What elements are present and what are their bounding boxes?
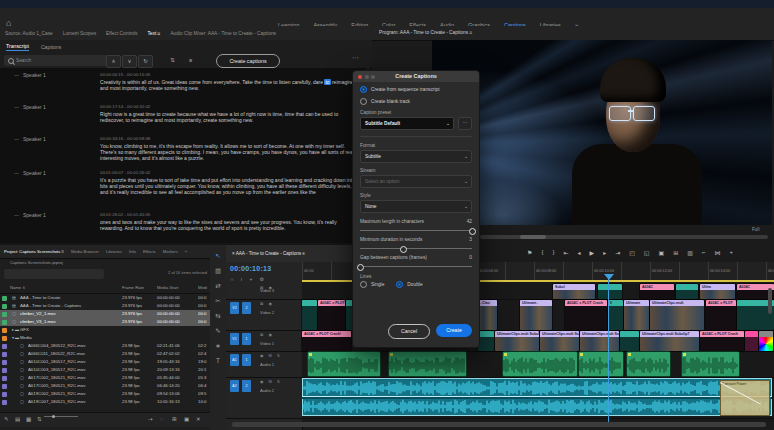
project-row[interactable]: ▢A066C011_180522_R2C.mov23.98 fps02:47:0…	[0, 350, 210, 358]
column-header[interactable]: Medi	[198, 283, 207, 293]
audio-clip[interactable]	[627, 352, 670, 376]
project-tab[interactable]: Info	[129, 249, 136, 254]
project-row[interactable]: ▢A619C002_180521_R2C.mov23.98 fps09:54:1…	[0, 390, 210, 398]
proxy-button[interactable]: ⌐	[702, 249, 706, 255]
track-toggles[interactable]: ⊠ ◉	[260, 301, 274, 306]
audio-clip[interactable]	[503, 352, 577, 376]
timeline-horizontal-scrollbar[interactable]	[232, 422, 766, 427]
ripple-trim-button[interactable]: ⋈	[714, 249, 720, 256]
panel-tab[interactable]: Lumetri Scopes	[63, 31, 96, 36]
automate-to-sequence-icon[interactable]: ⇢	[148, 416, 153, 422]
timeline-clip[interactable]: Ultimate	[624, 300, 649, 330]
go-to-in-button[interactable]: ⇤	[563, 249, 568, 256]
segment-text[interactable]: ones and twos and make your way to like …	[100, 219, 360, 231]
column-header[interactable]: Media Start	[157, 283, 178, 293]
project-row[interactable]: ▢A617C002_180521_R2C.mov23.98 fps05:35:4…	[0, 374, 210, 382]
label-color-chip[interactable]	[2, 392, 7, 397]
caption-preset-select[interactable]: Subtitle Default⌄	[360, 117, 454, 130]
speaker-label[interactable]: —Speaker 1	[0, 72, 100, 91]
multicam-button[interactable]: ▥	[687, 249, 693, 256]
panel-tab[interactable]: Effect Controls	[106, 31, 137, 36]
transcript-segment[interactable]: —Speaker 100:01:26:02 - 00:01:40:05ones …	[0, 212, 360, 231]
timeline-clip[interactable]: UltimateClips.mult Subclip4	[495, 331, 539, 351]
project-search-input[interactable]	[4, 269, 104, 279]
timeline-clip[interactable]: UltimateClips.mult Subclip7	[640, 331, 699, 351]
panel-tab[interactable]: Text ≡	[147, 31, 160, 36]
label-color-chip[interactable]	[2, 312, 7, 317]
transcript-segment[interactable]: —Speaker 100:01:00:07 - 00:01:26:02It's …	[0, 170, 360, 195]
step-back-button[interactable]: ◂	[578, 249, 581, 256]
timeline-settings-icon[interactable]: ⚙	[259, 276, 263, 282]
segment-text[interactable]: Right now is a great time to create beca…	[100, 111, 360, 123]
source-patch-V2[interactable]: V2	[230, 302, 239, 314]
slider-minimum-duration-in-seconds[interactable]: Minimum duration in seconds 3	[360, 237, 472, 249]
delete-item-icon[interactable]: ✕	[196, 416, 201, 422]
label-color-chip[interactable]	[2, 376, 7, 381]
slider-track[interactable]	[360, 248, 472, 249]
track-header-audio-2[interactable]: A22◉ M SAudio 2	[226, 378, 302, 418]
slider-track[interactable]	[360, 266, 472, 267]
audio-clip[interactable]	[579, 352, 623, 376]
timeline-clip[interactable]: ‖	[608, 300, 623, 330]
step-forward-button[interactable]: ▸	[603, 249, 606, 256]
segment-text[interactable]: Creativity is within all of us. Great id…	[100, 79, 360, 91]
sort-icons-icon[interactable]: ⇅	[37, 416, 42, 422]
label-color-chip[interactable]	[2, 336, 7, 341]
track-select-tool[interactable]: ▥	[215, 267, 221, 275]
label-color-chip[interactable]	[2, 344, 7, 349]
project-row[interactable]: ▤AAA - Time to Create23.976 fps00:00:00:…	[0, 294, 210, 302]
timeline-clip[interactable]: A034C x PLOT Crash!	[302, 331, 351, 351]
lift-button[interactable]: ◰	[629, 249, 635, 256]
audio-clip[interactable]	[682, 352, 739, 376]
timeline-clip[interactable]: Ultim	[700, 284, 735, 299]
project-breadcrumb[interactable]: Captions Screenshots.prproj	[0, 258, 220, 268]
slider-maximum-length-in-characters[interactable]: Maximum length in characters 42	[360, 219, 472, 231]
label-color-chip[interactable]	[2, 360, 7, 365]
transcript-segment[interactable]: —Speaker 100:00:00:15 - 00:00:15:05Creat…	[0, 72, 360, 91]
panel-tab[interactable]: Source: Audio 1_Case	[5, 31, 53, 36]
track-header-video-1[interactable]: V11⊠ ◉Video 1	[226, 331, 302, 351]
timeline-clip[interactable]	[478, 331, 494, 351]
timeline-clip[interactable]: UltimateClips.mult	[650, 300, 704, 330]
previous-result-button[interactable]: ∧	[106, 55, 121, 68]
label-color-chip[interactable]	[2, 384, 7, 389]
split-captions-icon[interactable]: ≡	[184, 55, 197, 66]
project-row[interactable]: ▢A617C005_180521_R2C.mov23.98 fps06:46:1…	[0, 382, 210, 390]
timeline-clip[interactable]: A034C x PLOT Crash	[565, 300, 607, 330]
project-tab[interactable]: Effects	[143, 249, 156, 254]
razor-tool[interactable]: ✂	[215, 297, 220, 305]
slider-knob[interactable]	[400, 246, 407, 253]
timeline-clip[interactable]: A034C x PLOT	[706, 300, 736, 330]
timeline-timecode[interactable]: 00:00:10:13	[230, 265, 271, 272]
merge-captions-icon[interactable]: ⇅	[166, 55, 179, 66]
audio-clip[interactable]	[389, 352, 466, 376]
radio-lines-single[interactable]: Single	[360, 281, 384, 288]
project-row[interactable]: ▢climber_V2_1.mov23.976 fps00:00:00:0000…	[0, 310, 210, 318]
source-patch-A1[interactable]: A1	[230, 354, 239, 366]
label-color-chip[interactable]	[2, 368, 7, 373]
segment-text[interactable]: You know, climbing to me, it's this esca…	[100, 143, 360, 162]
add-marker-icon[interactable]: +	[249, 276, 252, 282]
timeline-clip[interactable]	[676, 284, 698, 299]
project-tab[interactable]: »	[185, 249, 187, 254]
add-marker-button[interactable]: ⚑	[527, 249, 532, 256]
create-button[interactable]: Create	[436, 324, 472, 337]
speaker-label[interactable]: —Speaker 1	[0, 104, 100, 123]
timeline-vertical-scrollbar[interactable]	[768, 288, 772, 314]
timeline-clip[interactable]	[759, 331, 773, 351]
panel-tab[interactable]: Audio Clip Mixer: AAA - Time to Create -…	[170, 31, 276, 36]
extract-button[interactable]: ◱	[644, 249, 650, 256]
label-color-chip[interactable]	[2, 320, 7, 325]
timeline-clip[interactable]: Ultimate..	[520, 300, 552, 330]
label-color-chip[interactable]	[2, 304, 7, 309]
speaker-label[interactable]: —Speaker 1	[0, 136, 100, 161]
playhead-line[interactable]	[608, 276, 609, 422]
comparison-view-button[interactable]: ⊞	[673, 249, 678, 256]
project-tab[interactable]: Media Browser	[71, 249, 99, 254]
transcript-segment[interactable]: —Speaker 100:00:34:16 - 00:00:58:08You k…	[0, 136, 360, 161]
next-result-button[interactable]: ∨	[122, 55, 137, 68]
timeline-clip[interactable]: UltimateClips.mult Subclip5	[540, 331, 579, 351]
refresh-transcript-button[interactable]: ↻	[138, 55, 153, 68]
go-to-out-button[interactable]: ⇥	[615, 249, 620, 256]
track-mute-solo[interactable]: ◉ M S	[260, 353, 282, 358]
